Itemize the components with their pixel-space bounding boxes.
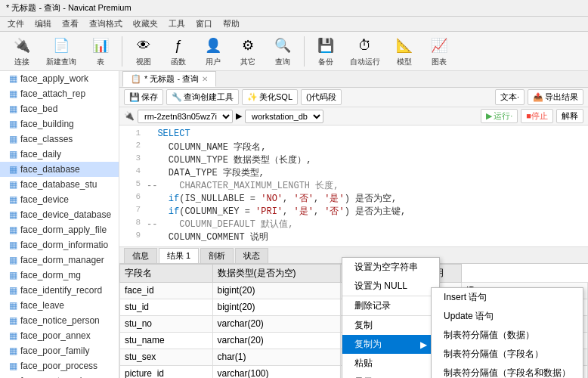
table-icon: ▦ xyxy=(9,134,17,144)
sidebar-item-face_device_database[interactable]: ▦face_device_database xyxy=(0,207,119,222)
toolbar-btn-表[interactable]: 📊表 xyxy=(85,32,116,70)
table-icon: ▦ xyxy=(9,255,17,265)
toolbar-btn-用户[interactable]: 👤用户 xyxy=(197,32,229,70)
sidebar-item-face_poor_family[interactable]: ▦face_poor_family xyxy=(0,343,119,358)
submenu-item[interactable]: Insert 语句 xyxy=(432,288,583,307)
menu-item-收藏夹[interactable]: 收藏夹 xyxy=(128,17,162,31)
toolbar-btn-查询[interactable]: 🔍查询 xyxy=(267,32,299,70)
menu-item-查看[interactable]: 查看 xyxy=(57,17,83,31)
sidebar-item-face_poor_process[interactable]: ▦face_poor_process xyxy=(0,358,119,373)
toolbar-icon-备份: 💾 xyxy=(315,35,336,56)
text-button[interactable]: 文本· xyxy=(495,89,525,105)
context-menu-item[interactable]: 设置为空字符串 xyxy=(342,258,439,277)
menu-item-文件[interactable]: 文件 xyxy=(3,17,29,31)
toolbar-btn-备份[interactable]: 💾备份 xyxy=(310,32,342,70)
toolbar-btn-其它[interactable]: ⚙其它 xyxy=(232,32,264,70)
table-icon: ▦ xyxy=(9,88,17,99)
bottom-tab-剖析[interactable]: 剖析 xyxy=(200,248,234,263)
sidebar-item-face_dorm_apply_file[interactable]: ▦face_dorm_apply_file xyxy=(0,222,119,237)
toolbar-label: 用户 xyxy=(206,57,221,67)
query-builder-button[interactable]: 🔧 查询创建工具 xyxy=(166,89,239,105)
sidebar-item-face_apply_work[interactable]: ▦face_apply_work xyxy=(0,71,119,86)
menu-item-帮助[interactable]: 帮助 xyxy=(218,17,244,31)
sidebar-item-face_classes[interactable]: ▦face_classes xyxy=(0,132,119,147)
line-number: 7 xyxy=(125,205,141,218)
sidebar-item-face_poor_annex[interactable]: ▦face_poor_annex xyxy=(0,328,119,343)
sidebar-item-face_attach_rep[interactable]: ▦face_attach_rep xyxy=(0,86,119,101)
code-line: 6 if(IS_NULLABLE = 'NO', '否', '是') 是否为空, xyxy=(125,192,582,205)
line-number: 5 xyxy=(125,179,141,192)
submenu-item[interactable]: 制表符分隔值（数据） xyxy=(432,326,583,345)
code-text: -- CHARACTER_MAXIMUM_LENGTH 长度, xyxy=(147,179,339,192)
save-button[interactable]: 💾 保存 xyxy=(124,89,163,105)
bottom-tab-结果 1[interactable]: 结果 1 xyxy=(159,248,199,263)
table-icon: ▦ xyxy=(9,315,17,326)
database-select[interactable]: workstation_db xyxy=(245,110,323,123)
submenu-item[interactable]: Update 语句 xyxy=(432,307,583,326)
toolbar-btn-连接[interactable]: 🔌连接 xyxy=(6,32,38,70)
submenu-arrow: ▶ xyxy=(420,339,427,350)
table-cell: stu_no xyxy=(120,315,213,332)
toolbar-label: 图表 xyxy=(432,57,447,67)
connection-select[interactable]: rm-2zetn83n05wz7i xyxy=(138,110,233,123)
menu-item-编辑[interactable]: 编辑 xyxy=(30,17,56,31)
code-line: 5-- CHARACTER_MAXIMUM_LENGTH 长度, xyxy=(125,179,582,192)
sidebar-item-face_database_stu[interactable]: ▦face_database_stu xyxy=(0,177,119,192)
builder-icon: 🔧 xyxy=(172,92,182,102)
context-menu-item[interactable]: 复制为▶ xyxy=(342,335,439,354)
sidebar-item-face_notice_person[interactable]: ▦face_notice_person xyxy=(0,313,119,328)
toolbar-btn-新建查询[interactable]: 📄新建查询 xyxy=(41,32,82,70)
export-button[interactable]: 📤 导出结果 xyxy=(528,89,583,105)
stop-button[interactable]: ■停止 xyxy=(521,109,553,123)
toolbar-btn-图表[interactable]: 📈图表 xyxy=(423,32,455,70)
toolbar-label: 自动运行 xyxy=(350,57,380,67)
table-cell: varchar(20) xyxy=(212,332,341,349)
submenu-item[interactable]: 制表符分隔值（字段名和数据） xyxy=(432,364,583,378)
context-menu-item[interactable]: 设置为 NULL xyxy=(342,277,439,296)
submenu-item[interactable]: 制表符分隔值（字段名） xyxy=(432,345,583,364)
bottom-tab-信息[interactable]: 信息 xyxy=(124,248,157,263)
toolbar-btn-自动运行[interactable]: ⏱自动运行 xyxy=(345,32,385,70)
sidebar-item-face_identify_record[interactable]: ▦face_identify_record xyxy=(0,283,119,298)
run-button[interactable]: ▶ 运行· xyxy=(481,109,518,123)
code-line: 3 COLUMN_TYPE 数据类型（长度）, xyxy=(125,153,582,166)
tab-close-icon[interactable]: ✕ xyxy=(202,75,208,83)
sidebar-item-face_post_apply[interactable]: ▦face_post_apply xyxy=(0,373,119,378)
table-cell: stu_sex xyxy=(120,349,213,365)
toolbar-btn-函数[interactable]: ƒ函数 xyxy=(162,32,194,70)
context-menu-item[interactable]: 删除记录 xyxy=(342,296,439,315)
menu-item-工具[interactable]: 工具 xyxy=(164,17,190,31)
context-menu-item[interactable]: 复制 xyxy=(342,315,439,335)
sidebar-item-face_device[interactable]: ▦face_device xyxy=(0,192,119,207)
sidebar-item-face_leave[interactable]: ▦face_leave xyxy=(0,298,119,313)
toolbar-btn-模型[interactable]: 📐模型 xyxy=(388,32,420,70)
menu-item-查询格式[interactable]: 查询格式 xyxy=(85,17,127,31)
code-editor[interactable]: 1 SELECT2 COLUMN_NAME 字段名,3 COLUMN_TYPE … xyxy=(119,125,588,247)
bottom-tab-状态[interactable]: 状态 xyxy=(235,248,268,263)
context-menu-item[interactable]: 显示▶ xyxy=(342,373,439,378)
code-line: 9 COLUMN_COMMENT 说明 xyxy=(125,231,582,243)
sidebar-item-face_bed[interactable]: ▦face_bed xyxy=(0,101,119,116)
menu-item-窗口[interactable]: 窗口 xyxy=(191,17,217,31)
context-menu-item[interactable]: 粘贴 xyxy=(342,354,439,373)
tab-bar: 📋 * 无标题 - 查询 ✕ xyxy=(119,71,588,88)
beautify-sql-button[interactable]: ✨ 美化SQL xyxy=(242,89,298,105)
conn-icon: 🔌 xyxy=(124,111,135,121)
explain-button[interactable]: 解释 xyxy=(556,109,583,123)
toolbar-icon-视图: 👁 xyxy=(133,35,154,56)
toolbar-label: 函数 xyxy=(171,57,186,67)
toolbar-btn-视图[interactable]: 👁视图 xyxy=(128,32,159,70)
sidebar-item-face_dorm_mg[interactable]: ▦face_dorm_mg xyxy=(0,268,119,283)
code-snippet-button[interactable]: ()代码段 xyxy=(301,89,342,105)
query-tab[interactable]: 📋 * 无标题 - 查询 ✕ xyxy=(122,71,216,87)
sidebar-item-face_database[interactable]: ▦face_database xyxy=(0,162,119,177)
sidebar-item-face_dorm_informatio[interactable]: ▦face_dorm_informatio xyxy=(0,237,119,253)
toolbar-icon-新建查询: 📄 xyxy=(51,35,72,56)
table-header: 字段名 xyxy=(120,264,213,282)
toolbar-icon-表: 📊 xyxy=(90,35,111,56)
run-icon: ▶ xyxy=(486,111,492,121)
sidebar-item-face_daily[interactable]: ▦face_daily xyxy=(0,147,119,162)
sidebar-item-face_dorm_manager[interactable]: ▦face_dorm_manager xyxy=(0,253,119,268)
sidebar-item-face_building[interactable]: ▦face_building xyxy=(0,116,119,132)
line-number: 3 xyxy=(125,153,141,166)
